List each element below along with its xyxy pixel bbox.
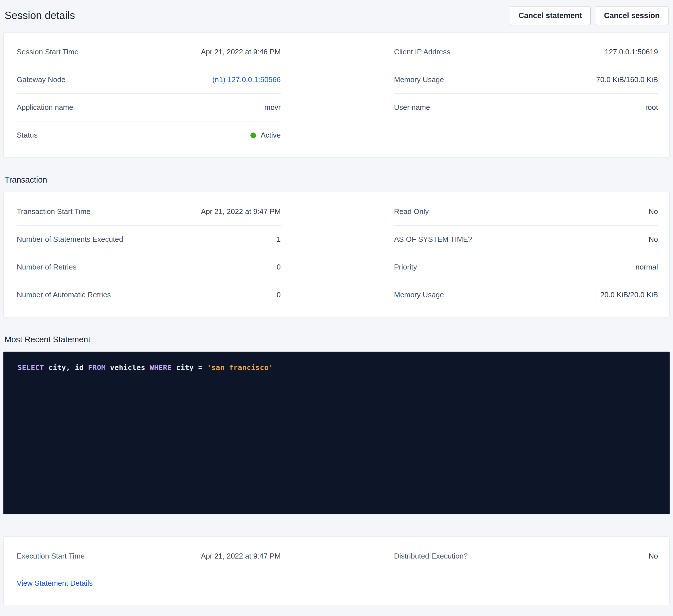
row-label: Gateway Node (17, 75, 65, 84)
row-value: 0 (277, 263, 281, 272)
sql-statement-text: SELECT city, id FROM vehicles WHERE city… (18, 363, 655, 372)
sql-plain: city = (172, 363, 207, 372)
sql-statement-box: SELECT city, id FROM vehicles WHERE city… (3, 352, 670, 514)
status-active-dot-icon (250, 132, 256, 138)
row-value: 0 (277, 290, 281, 299)
transaction-start-time-row: Transaction Start Time Apr 21, 2022 at 9… (17, 198, 281, 226)
transaction-card: Transaction Start Time Apr 21, 2022 at 9… (3, 192, 670, 317)
session-start-time-row: Session Start Time Apr 21, 2022 at 9:46 … (17, 38, 281, 66)
row-value: movr (264, 103, 281, 112)
status-row: Status Active (17, 121, 281, 149)
session-summary-left-column: Session Start Time Apr 21, 2022 at 9:46 … (17, 38, 281, 149)
as-of-system-time-row: AS OF SYSTEM TIME? No (394, 226, 658, 253)
row-label: User name (394, 103, 430, 112)
user-name-row: User name root (394, 94, 658, 121)
row-label: Client IP Address (394, 48, 450, 56)
row-label: Priority (394, 263, 417, 272)
sql-keyword: WHERE (150, 363, 172, 372)
client-ip-row: Client IP Address 127.0.0.1:50619 (394, 38, 658, 66)
row-label: Transaction Start Time (17, 207, 91, 216)
row-label: Memory Usage (394, 75, 444, 84)
row-value: Apr 21, 2022 at 9:46 PM (201, 48, 281, 56)
distributed-execution-row: Distributed Execution? No (394, 542, 658, 570)
view-statement-details-link[interactable]: View Statement Details (17, 579, 92, 588)
priority-row: Priority normal (394, 253, 658, 281)
row-value: 127.0.0.1:50619 (605, 48, 658, 56)
page-title: Session details (5, 10, 75, 21)
sql-string-literal: 'san francisco' (207, 363, 273, 372)
row-label: Number of Automatic Retries (17, 290, 111, 299)
execution-start-time-row: Execution Start Time Apr 21, 2022 at 9:4… (17, 542, 281, 570)
sql-plain: city, id (44, 363, 88, 372)
row-label: Read Only (394, 207, 429, 216)
row-value: 70.0 KiB/160.0 KiB (596, 75, 658, 84)
status-value: Active (250, 131, 281, 139)
statements-executed-row: Number of Statements Executed 1 (17, 226, 281, 253)
number-of-retries-row: Number of Retries 0 (17, 253, 281, 281)
view-statement-details-row: View Statement Details (17, 570, 281, 596)
row-label: Distributed Execution? (394, 552, 468, 561)
status-text: Active (261, 131, 281, 139)
gateway-node-row: Gateway Node (n1) 127.0.0.1:50566 (17, 66, 281, 94)
row-label: Number of Statements Executed (17, 235, 123, 244)
row-value: No (649, 552, 658, 561)
execution-left-column: Execution Start Time Apr 21, 2022 at 9:4… (17, 542, 281, 596)
session-summary-right-column: Client IP Address 127.0.0.1:50619 Memory… (394, 38, 658, 149)
row-label: AS OF SYSTEM TIME? (394, 235, 472, 244)
row-label: Session Start Time (17, 48, 78, 56)
header-buttons: Cancel statement Cancel session (505, 6, 668, 25)
row-value: No (649, 235, 658, 244)
application-name-row: Application name movr (17, 94, 281, 121)
transaction-memory-usage-row: Memory Usage 20.0 KiB/20.0 KiB (394, 281, 658, 309)
page-header: Session details Cancel statement Cancel … (3, 0, 670, 32)
row-value: normal (636, 263, 658, 272)
most-recent-statement-heading: Most Recent Statement (5, 335, 668, 344)
row-label: Number of Retries (17, 263, 76, 272)
row-label: Memory Usage (394, 290, 444, 299)
transaction-left-column: Transaction Start Time Apr 21, 2022 at 9… (17, 198, 281, 309)
read-only-row: Read Only No (394, 198, 658, 226)
execution-grid: Execution Start Time Apr 21, 2022 at 9:4… (4, 537, 669, 605)
sql-keyword: FROM (88, 363, 105, 372)
session-details-page: Session details Cancel statement Cancel … (0, 0, 673, 616)
row-value: No (649, 207, 658, 216)
transaction-right-column: Read Only No AS OF SYSTEM TIME? No Prior… (394, 198, 658, 309)
gateway-node-link[interactable]: (n1) 127.0.0.1:50566 (212, 75, 281, 84)
automatic-retries-row: Number of Automatic Retries 0 (17, 281, 281, 309)
row-label: Status (17, 131, 38, 139)
transaction-grid: Transaction Start Time Apr 21, 2022 at 9… (4, 192, 669, 317)
row-label: Execution Start Time (17, 552, 85, 561)
execution-card: Execution Start Time Apr 21, 2022 at 9:4… (3, 537, 670, 605)
cancel-statement-button[interactable]: Cancel statement (510, 6, 591, 25)
row-value: 1 (277, 235, 281, 244)
session-summary-grid: Session Start Time Apr 21, 2022 at 9:46 … (4, 33, 669, 158)
row-value: root (645, 103, 658, 112)
transaction-section-heading: Transaction (5, 175, 668, 185)
row-label: Application name (17, 103, 73, 112)
session-summary-card: Session Start Time Apr 21, 2022 at 9:46 … (3, 32, 670, 158)
row-value: 20.0 KiB/20.0 KiB (600, 290, 658, 299)
sql-plain: vehicles (105, 363, 150, 372)
row-value: Apr 21, 2022 at 9:47 PM (201, 552, 281, 561)
row-value: Apr 21, 2022 at 9:47 PM (201, 207, 281, 216)
execution-right-column: Distributed Execution? No (394, 542, 658, 596)
cancel-session-button[interactable]: Cancel session (595, 6, 668, 25)
memory-usage-row: Memory Usage 70.0 KiB/160.0 KiB (394, 66, 658, 94)
sql-keyword: SELECT (18, 363, 44, 372)
